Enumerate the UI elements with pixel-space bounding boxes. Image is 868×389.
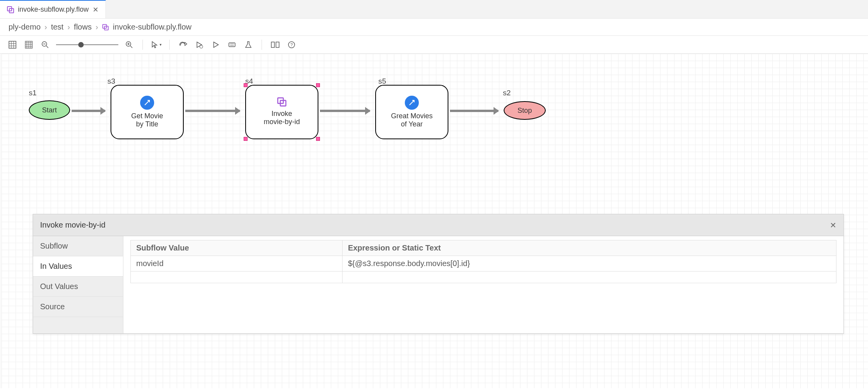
svg-line-13: [46, 46, 48, 48]
step-node-s5[interactable]: Great Movies of Year: [375, 85, 448, 139]
start-node[interactable]: Start: [29, 100, 70, 120]
help-icon[interactable]: ?: [286, 39, 297, 50]
flow-connector[interactable]: [320, 110, 370, 112]
node-id-label: s3: [107, 77, 115, 86]
subflow-icon: [278, 98, 285, 107]
chevron-right-icon: ›: [95, 23, 98, 32]
chevron-right-icon: ›: [67, 23, 70, 32]
panel-content: Subflow Value Expression or Static Text …: [123, 236, 843, 333]
redo-icon[interactable]: [177, 39, 188, 50]
node-id-label: s1: [29, 89, 37, 97]
grid-header: Subflow Value: [131, 240, 343, 256]
flow-connector[interactable]: [450, 110, 498, 112]
compare-icon[interactable]: [270, 39, 281, 50]
grid-cell-value[interactable]: ${@s3.response.body.movies[0].id}: [342, 256, 836, 272]
flow-icon: [7, 6, 14, 13]
tab-bar: invoke-subflow.ply.flow ✕: [0, 0, 868, 19]
request-icon: [405, 96, 419, 110]
zoom-out-icon[interactable]: [40, 39, 51, 50]
separator: [142, 40, 143, 50]
breadcrumb-item[interactable]: test: [51, 23, 63, 32]
separator: [262, 40, 262, 50]
grid-icon[interactable]: [7, 39, 18, 50]
properties-panel: Invoke movie-by-id ✕ Subflow In Values O…: [33, 214, 844, 334]
grid-header: Expression or Static Text: [342, 240, 836, 256]
svg-line-16: [130, 46, 132, 48]
svg-rect-0: [9, 41, 16, 48]
grid-row[interactable]: movieId ${@s3.response.body.movies[0].id…: [131, 256, 836, 272]
panel-tab-out-values[interactable]: Out Values: [33, 277, 123, 297]
step-title: Invoke movie-by-id: [264, 110, 300, 126]
selection-handle[interactable]: [244, 83, 248, 87]
request-icon: [140, 96, 154, 110]
run-debug-icon[interactable]: [194, 39, 205, 50]
stop-node[interactable]: Stop: [504, 101, 546, 120]
flow-canvas[interactable]: s1 s3 s4 s5 s2 Start Get Movie by Title …: [0, 54, 868, 388]
stop-label: Stop: [517, 107, 532, 115]
flow-connector[interactable]: [185, 110, 240, 112]
flask-icon[interactable]: [243, 39, 254, 50]
grid-row-empty[interactable]: [131, 272, 836, 283]
selection-handle[interactable]: [316, 83, 320, 87]
node-id-label: s2: [503, 89, 511, 97]
grid-dense-icon[interactable]: [23, 39, 34, 50]
svg-point-20: [200, 45, 203, 48]
breadcrumb: ply-demo › test › flows › invoke-subflow…: [0, 19, 868, 36]
panel-tab-in-values[interactable]: In Values: [33, 256, 123, 277]
panel-title: Invoke movie-by-id: [40, 221, 105, 230]
selection-handle[interactable]: [316, 137, 320, 141]
breadcrumb-item[interactable]: flows: [74, 23, 92, 32]
chevron-right-icon: ›: [44, 23, 47, 32]
select-mode-icon[interactable]: ▾: [151, 39, 162, 50]
panel-header: Invoke movie-by-id ✕: [33, 214, 843, 236]
close-icon[interactable]: ✕: [830, 221, 836, 230]
close-icon[interactable]: ✕: [93, 5, 98, 14]
toolbar: ▾ ?: [0, 36, 868, 54]
svg-marker-21: [214, 42, 218, 47]
svg-marker-19: [197, 42, 202, 47]
breadcrumb-item[interactable]: invoke-subflow.ply.flow: [113, 23, 192, 32]
panel-tabs: Subflow In Values Out Values Source: [33, 236, 123, 333]
panel-tab-source[interactable]: Source: [33, 297, 123, 317]
step-title: Great Movies of Year: [391, 112, 432, 128]
flow-connector[interactable]: [72, 110, 105, 112]
breadcrumb-item[interactable]: ply-demo: [9, 23, 40, 32]
zoom-slider[interactable]: [56, 39, 118, 50]
zoom-in-icon[interactable]: [124, 39, 135, 50]
start-label: Start: [42, 106, 57, 114]
selection-handle[interactable]: [244, 137, 248, 141]
flow-icon: [102, 24, 109, 30]
form-icon[interactable]: [227, 39, 237, 50]
panel-tab-subflow[interactable]: Subflow: [33, 236, 123, 256]
step-title: Get Movie by Title: [131, 112, 163, 128]
svg-rect-25: [271, 42, 274, 47]
node-id-label: s5: [378, 77, 386, 86]
editor-tab[interactable]: invoke-subflow.ply.flow ✕: [0, 0, 106, 18]
svg-rect-22: [229, 43, 235, 47]
in-values-grid: Subflow Value Expression or Static Text …: [130, 240, 836, 283]
svg-rect-26: [276, 42, 279, 47]
separator: [169, 40, 170, 50]
grid-cell-key[interactable]: movieId: [131, 256, 343, 272]
tab-title: invoke-subflow.ply.flow: [18, 5, 89, 14]
step-node-s4[interactable]: Invoke movie-by-id: [245, 85, 318, 139]
step-node-s3[interactable]: Get Movie by Title: [111, 85, 184, 139]
svg-text:?: ?: [290, 42, 293, 47]
play-icon[interactable]: [210, 39, 221, 50]
